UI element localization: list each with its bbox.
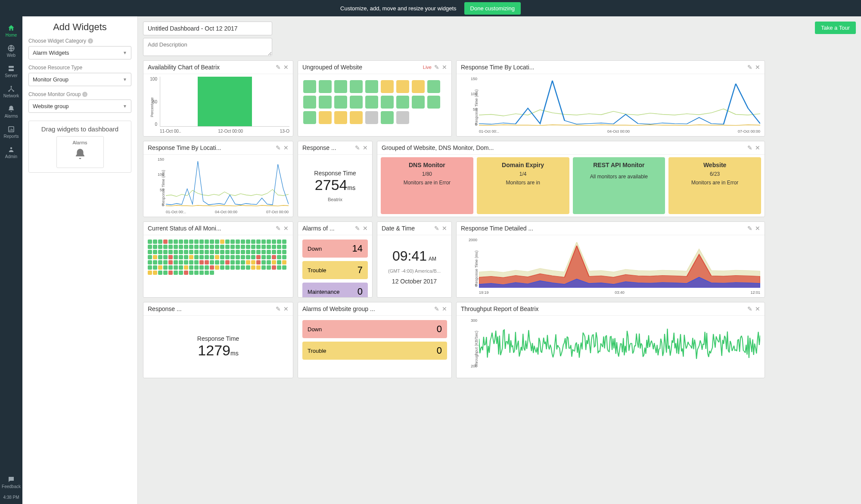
status-dot[interactable]	[179, 255, 183, 259]
status-dot[interactable]	[236, 260, 240, 264]
done-customizing-button[interactable]: Done customizing	[464, 2, 521, 15]
status-dot[interactable]	[158, 240, 162, 244]
status-dot[interactable]	[236, 265, 240, 270]
status-dot[interactable]	[282, 260, 286, 264]
group-status-card[interactable]: REST API MonitorAll monitors are availab…	[573, 157, 665, 214]
status-dot[interactable]	[194, 240, 199, 244]
status-dot[interactable]	[267, 240, 271, 244]
status-dot[interactable]	[184, 271, 188, 275]
status-dot[interactable]	[272, 260, 276, 264]
status-dot[interactable]	[163, 250, 168, 254]
status-dot[interactable]	[168, 271, 173, 275]
status-dot[interactable]	[272, 265, 276, 270]
status-dot[interactable]	[153, 255, 157, 259]
status-dot[interactable]	[220, 240, 224, 244]
status-dot[interactable]	[163, 245, 168, 249]
card-alarms-2[interactable]: Alarms of Website group ... ✎✕ Down0Trou…	[298, 302, 452, 378]
category-select[interactable]: Alarm Widgets▼	[28, 46, 131, 59]
status-dot[interactable]	[148, 260, 152, 264]
status-dot[interactable]	[163, 255, 168, 259]
status-dot[interactable]	[148, 250, 152, 254]
status-dot[interactable]	[282, 240, 286, 244]
close-icon[interactable]: ✕	[755, 225, 760, 232]
status-dot[interactable]	[148, 255, 152, 259]
status-dot[interactable]	[225, 240, 230, 244]
status-dot[interactable]	[277, 240, 281, 244]
nav-home[interactable]: Home	[0, 21, 22, 41]
status-dot[interactable]	[251, 265, 255, 270]
status-dot[interactable]	[184, 265, 188, 270]
status-dot[interactable]	[199, 240, 204, 244]
status-tile[interactable]	[381, 111, 394, 124]
nav-feedback[interactable]: Feedback	[0, 472, 22, 492]
status-dot[interactable]	[261, 245, 266, 249]
status-dot[interactable]	[184, 240, 188, 244]
status-dot[interactable]	[261, 255, 266, 259]
status-dot[interactable]	[174, 245, 178, 249]
status-dot[interactable]	[215, 265, 219, 270]
status-dot[interactable]	[153, 260, 157, 264]
status-dot[interactable]	[277, 255, 281, 259]
status-dot[interactable]	[174, 265, 178, 270]
take-tour-button[interactable]: Take a Tour	[815, 22, 856, 34]
status-dot[interactable]	[277, 265, 281, 270]
nav-alarms[interactable]: Alarms	[0, 102, 22, 122]
pencil-icon[interactable]: ✎	[434, 64, 439, 71]
status-dot[interactable]	[189, 255, 193, 259]
status-dot[interactable]	[251, 260, 255, 264]
status-dot[interactable]	[220, 245, 224, 249]
status-tile[interactable]	[412, 96, 425, 109]
alarm-row[interactable]: Down14	[302, 240, 368, 258]
nav-reports[interactable]: Reports	[0, 122, 22, 142]
status-dot[interactable]	[225, 265, 230, 270]
card-throughput[interactable]: Throughput Report of Beatrix ✎✕ Throughp…	[456, 302, 765, 378]
status-dot[interactable]	[184, 250, 188, 254]
status-dot[interactable]	[210, 260, 214, 264]
status-dot[interactable]	[163, 240, 168, 244]
status-dot[interactable]	[158, 260, 162, 264]
status-dot[interactable]	[241, 245, 245, 249]
status-dot[interactable]	[179, 245, 183, 249]
alarm-row[interactable]: Maintenance0	[302, 283, 368, 297]
status-dot[interactable]	[246, 255, 250, 259]
close-icon[interactable]: ✕	[442, 305, 447, 312]
nav-admin[interactable]: Admin	[0, 142, 22, 162]
status-dot[interactable]	[256, 250, 261, 254]
status-dot[interactable]	[153, 240, 157, 244]
status-dot[interactable]	[230, 265, 235, 270]
close-icon[interactable]: ✕	[755, 144, 760, 151]
status-dot[interactable]	[241, 240, 245, 244]
nav-network[interactable]: Network	[0, 81, 22, 102]
status-dot[interactable]	[205, 271, 209, 275]
status-dot[interactable]	[179, 271, 183, 275]
status-dot[interactable]	[205, 250, 209, 254]
status-dot[interactable]	[179, 260, 183, 264]
close-icon[interactable]: ✕	[283, 305, 289, 312]
status-dot[interactable]	[158, 271, 162, 275]
status-dot[interactable]	[225, 250, 230, 254]
pencil-icon[interactable]: ✎	[355, 144, 360, 151]
status-dot[interactable]	[168, 250, 173, 254]
status-dot[interactable]	[168, 240, 173, 244]
status-tile[interactable]	[412, 80, 425, 93]
status-dot[interactable]	[194, 255, 199, 259]
status-tile[interactable]	[396, 80, 409, 93]
status-dot[interactable]	[205, 255, 209, 259]
status-dot[interactable]	[225, 255, 230, 259]
status-dot[interactable]	[158, 255, 162, 259]
status-dot[interactable]	[174, 240, 178, 244]
status-dot[interactable]	[277, 245, 281, 249]
status-dot[interactable]	[272, 245, 276, 249]
card-rt-detailed[interactable]: Response Time Detailed ... ✎✕ Response T…	[456, 221, 765, 298]
card-response-time-1[interactable]: Response ... ✎✕ Response Time 2754ms Bea…	[298, 141, 373, 217]
status-tile[interactable]	[365, 111, 378, 124]
status-tile[interactable]	[303, 111, 316, 124]
status-dot[interactable]	[184, 260, 188, 264]
status-dot[interactable]	[194, 245, 199, 249]
status-dot[interactable]	[220, 265, 224, 270]
status-dot[interactable]	[148, 240, 152, 244]
status-dot[interactable]	[148, 271, 152, 275]
status-dot[interactable]	[215, 260, 219, 264]
close-icon[interactable]: ✕	[363, 144, 368, 151]
status-dot[interactable]	[158, 265, 162, 270]
